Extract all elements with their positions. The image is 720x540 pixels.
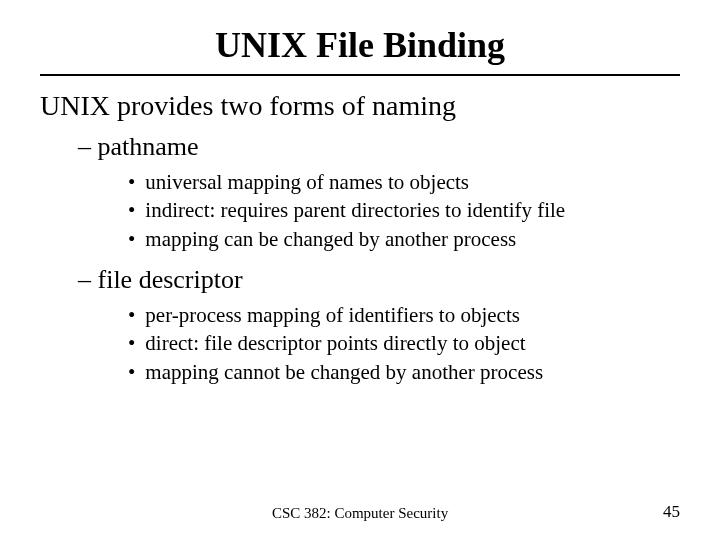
list-item: • direct: file descriptor points directl… (128, 329, 680, 357)
section-label-file-descriptor: – file descriptor (78, 265, 680, 295)
bullet-list-file-descriptor: • per-process mapping of identifiers to … (128, 301, 680, 386)
bullet-text: per-process mapping of identifiers to ob… (145, 301, 520, 329)
list-item: • mapping can be changed by another proc… (128, 225, 680, 253)
bullet-text: indirect: requires parent directories to… (145, 196, 565, 224)
bullet-text: mapping cannot be changed by another pro… (145, 358, 543, 386)
bullet-icon: • (128, 329, 135, 357)
bullet-icon: • (128, 301, 135, 329)
bullet-text: mapping can be changed by another proces… (145, 225, 516, 253)
bullet-icon: • (128, 168, 135, 196)
bullet-text: universal mapping of names to objects (145, 168, 469, 196)
bullet-icon: • (128, 196, 135, 224)
bullet-text: direct: file descriptor points directly … (145, 329, 525, 357)
list-item: • mapping cannot be changed by another p… (128, 358, 680, 386)
page-number: 45 (663, 502, 680, 522)
list-item: • indirect: requires parent directories … (128, 196, 680, 224)
bullet-icon: • (128, 225, 135, 253)
section-label-pathname: – pathname (78, 132, 680, 162)
bullet-list-pathname: • universal mapping of names to objects … (128, 168, 680, 253)
footer-text: CSC 382: Computer Security (0, 505, 720, 522)
list-item: • universal mapping of names to objects (128, 168, 680, 196)
title-divider (40, 74, 680, 76)
slide-title: UNIX File Binding (40, 24, 680, 66)
intro-text: UNIX provides two forms of naming (40, 90, 680, 122)
bullet-icon: • (128, 358, 135, 386)
list-item: • per-process mapping of identifiers to … (128, 301, 680, 329)
